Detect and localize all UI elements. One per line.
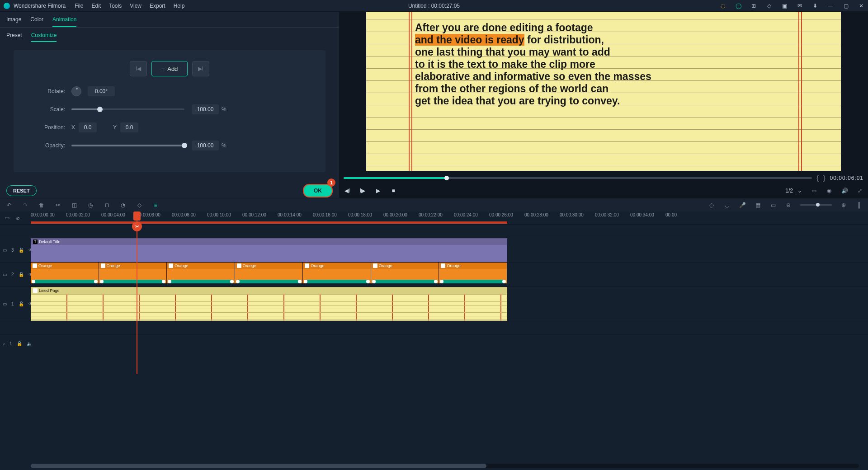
ruler-tick: 00:00:34:00: [630, 212, 654, 217]
rotate-value[interactable]: 0.00°: [88, 86, 115, 96]
add-keyframe-button[interactable]: +Add: [151, 61, 188, 76]
scale-slider[interactable]: [71, 108, 184, 110]
opacity-value[interactable]: 100.00: [192, 141, 219, 150]
ruler-tick: 00:00:02:00: [66, 212, 90, 217]
gift-icon[interactable]: ⊞: [750, 3, 757, 9]
next-keyframe-button[interactable]: ▶I: [192, 61, 209, 76]
preview-canvas[interactable]: After you are done editing a footage and…: [366, 12, 841, 171]
render-icon[interactable]: ◌: [708, 202, 715, 209]
ok-button[interactable]: OK: [303, 184, 333, 197]
ruler-tick: 00:00:30:00: [560, 212, 584, 217]
prev-keyframe-button[interactable]: I◀: [130, 61, 147, 76]
speed-icon[interactable]: ◷: [87, 202, 94, 209]
orange-clip[interactable]: Orange: [167, 263, 235, 283]
menu-tools[interactable]: Tools: [109, 3, 122, 9]
orange-clip[interactable]: Orange: [99, 263, 167, 283]
track-type-icon: ▭: [3, 248, 7, 253]
orange-clip[interactable]: Orange: [371, 263, 439, 283]
hint-icon[interactable]: ◌: [720, 3, 726, 9]
redo-icon[interactable]: ↷: [22, 202, 29, 209]
margin-line-icon: [409, 12, 410, 171]
stop-button[interactable]: ■: [390, 187, 397, 194]
zoom-fit-icon[interactable]: ║: [855, 202, 863, 209]
audio-icon[interactable]: 🔊: [841, 187, 848, 194]
tab-image[interactable]: Image: [6, 16, 21, 27]
playhead-handle-icon[interactable]: [133, 212, 141, 221]
voiceover-icon[interactable]: 🎤: [739, 202, 746, 209]
ruler-tick: 00:00:26:00: [489, 212, 513, 217]
menu-file[interactable]: File: [75, 3, 83, 9]
lined-clip[interactable]: Lined Page: [31, 287, 507, 321]
project-title: Untitled : 00:00:27:05: [408, 3, 460, 9]
layout-icon[interactable]: ▭: [769, 202, 777, 209]
undo-icon[interactable]: ↶: [5, 202, 13, 209]
zoom-out-icon[interactable]: ⊖: [785, 202, 792, 209]
lock-icon[interactable]: 🔓: [17, 341, 22, 346]
step-fwd-button[interactable]: I▶: [359, 187, 366, 194]
orange-clip[interactable]: Orange: [439, 263, 507, 283]
zoom-slider[interactable]: [800, 204, 832, 206]
account-icon[interactable]: ◇: [766, 3, 772, 9]
mixer-icon[interactable]: ▤: [754, 202, 761, 209]
step-back-button[interactable]: ◀I: [344, 187, 351, 194]
subtab-customize[interactable]: Customize: [31, 32, 57, 42]
track-1: ▭1🔓👁 Lined Page: [0, 287, 868, 321]
rotate-knob[interactable]: [71, 86, 81, 96]
duration-icon[interactable]: ◔: [119, 202, 127, 209]
minimize-icon[interactable]: —: [827, 3, 834, 9]
crop-icon[interactable]: ◫: [71, 202, 78, 209]
title-clip[interactable]: TDefault Title: [31, 238, 507, 262]
adjust-icon[interactable]: ≡: [152, 202, 159, 209]
lock-icon[interactable]: 🔓: [19, 301, 24, 306]
preview-panel: After you are done editing a footage and…: [339, 12, 868, 198]
download-icon[interactable]: ⬇: [812, 3, 818, 9]
opacity-slider[interactable]: [71, 145, 184, 146]
orange-clip[interactable]: Orange: [303, 263, 371, 283]
track-2: ▭2🔓👁 OrangeOrangeOrangeOrangeOrangeOrang…: [0, 262, 868, 287]
keyframe-icon[interactable]: ◇: [136, 202, 143, 209]
orange-clip[interactable]: Orange: [235, 263, 303, 283]
save-icon[interactable]: ▣: [781, 3, 788, 9]
scale-value[interactable]: 100.00: [192, 104, 219, 114]
play-button[interactable]: ▶: [374, 187, 382, 194]
close-icon[interactable]: ✕: [858, 3, 864, 9]
y-value[interactable]: 0.0: [120, 122, 138, 132]
tab-color[interactable]: Color: [30, 16, 43, 27]
preview-scrubber[interactable]: [344, 177, 812, 179]
tab-animation[interactable]: Animation: [52, 16, 76, 27]
mark-out-icon[interactable]: }: [823, 174, 826, 182]
lock-icon[interactable]: 🔓: [19, 272, 24, 277]
menu-export[interactable]: Export: [150, 3, 165, 9]
playhead[interactable]: ✂: [137, 212, 137, 374]
image-clip-icon: [441, 263, 445, 268]
preview-zoom-select[interactable]: 1/2⌄: [785, 188, 802, 194]
timeline-ruler[interactable]: ▭ ⌀ 00:00:00:0000:00:02:0000:00:04:0000:…: [0, 212, 868, 224]
message-icon[interactable]: ✉: [797, 3, 803, 9]
snapshot-icon[interactable]: ◉: [826, 187, 833, 194]
menu-view[interactable]: View: [130, 3, 142, 9]
scissors-icon[interactable]: ✂: [132, 221, 142, 231]
maximize-icon[interactable]: ▢: [843, 3, 849, 9]
orange-clip[interactable]: Orange: [31, 263, 99, 283]
display-mode-icon[interactable]: ▭: [810, 187, 817, 194]
mark-in-icon[interactable]: {: [816, 174, 819, 182]
scrub-row: { } 00:00:06:01: [344, 171, 863, 185]
menu-help[interactable]: Help: [174, 3, 185, 9]
zoom-in-icon[interactable]: ⊕: [840, 202, 847, 209]
menu-edit[interactable]: Edit: [92, 3, 101, 9]
x-value[interactable]: 0.0: [79, 122, 97, 132]
marker-icon[interactable]: ◡: [723, 202, 731, 209]
reset-button[interactable]: RESET: [6, 185, 37, 196]
subtab-preset[interactable]: Preset: [6, 32, 22, 42]
lock-icon[interactable]: 🔓: [19, 248, 24, 253]
link-icon[interactable]: ⌀: [16, 215, 23, 221]
timeline-scrollbar[interactable]: [31, 464, 859, 468]
image-clip-icon: [237, 263, 241, 268]
track-manager-icon[interactable]: ▭: [5, 215, 11, 221]
scale-label: Scale:: [27, 106, 65, 113]
fullscreen-icon[interactable]: ⤢: [856, 187, 863, 194]
freeze-icon[interactable]: ⊓: [103, 202, 110, 209]
split-icon[interactable]: ✂: [54, 202, 61, 209]
support-icon[interactable]: ◯: [735, 3, 741, 9]
delete-icon[interactable]: 🗑: [38, 202, 45, 209]
